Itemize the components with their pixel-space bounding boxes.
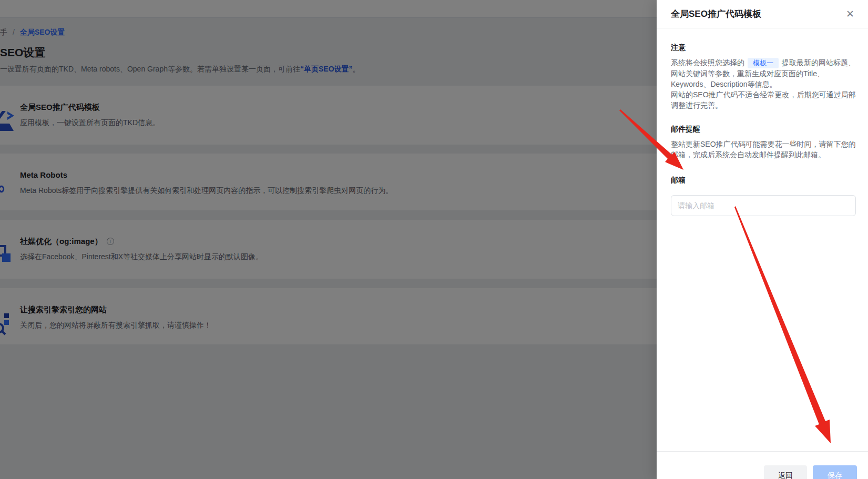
notice-text: 系统将会按照您选择的模板一提取最新的网站标题、网站关键词等参数，重新生成对应页面…	[671, 57, 856, 89]
drawer-header: 全局SEO推广代码模板 ✕	[657, 0, 868, 28]
close-icon[interactable]: ✕	[845, 8, 855, 20]
mail-reminder-section: 邮件提醒 整站更新SEO推广代码可能需要花一些时间，请留下您的邮箱，完成后系统会…	[671, 125, 856, 160]
notice-section: 注意 系统将会按照您选择的模板一提取最新的网站标题、网站关键词等参数，重新生成对…	[671, 43, 856, 110]
notice-text-prefix: 系统将会按照您选择的	[671, 58, 744, 67]
global-seo-template-drawer: 全局SEO推广代码模板 ✕ 注意 系统将会按照您选择的模板一提取最新的网站标题、…	[657, 0, 868, 479]
save-button[interactable]: 保存	[813, 465, 857, 479]
template-badge[interactable]: 模板一	[748, 58, 779, 68]
back-button[interactable]: 返回	[764, 465, 807, 479]
notice-text-line2: 网站的SEO推广代码不适合经常更改，后期您可通过局部调整进行完善。	[671, 89, 856, 110]
mail-reminder-heading: 邮件提醒	[671, 125, 856, 134]
notice-heading: 注意	[671, 43, 856, 53]
drawer-footer: 返回 保存	[657, 451, 868, 479]
email-section: 邮箱	[671, 176, 856, 216]
mail-reminder-text: 整站更新SEO推广代码可能需要花一些时间，请留下您的邮箱，完成后系统会自动发邮件…	[671, 139, 856, 160]
email-label: 邮箱	[671, 176, 856, 185]
email-input[interactable]	[671, 195, 856, 216]
drawer-body: 注意 系统将会按照您选择的模板一提取最新的网站标题、网站关键词等参数，重新生成对…	[657, 28, 868, 216]
drawer-title: 全局SEO推广代码模板	[671, 8, 761, 20]
modal-dim-overlay[interactable]	[0, 0, 657, 479]
